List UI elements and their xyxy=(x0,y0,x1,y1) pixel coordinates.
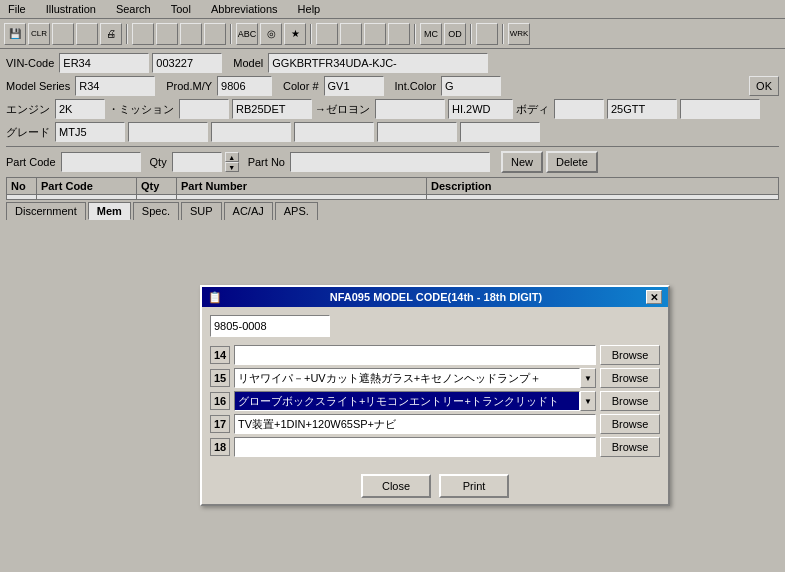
dialog-row-15: 15 ▼ Browse xyxy=(210,368,660,388)
dialog-footer: Close Print xyxy=(202,468,668,504)
dialog-title: NFA095 MODEL CODE(14th - 18th DIGIT) xyxy=(330,291,543,303)
dialog-model-code: 📋 NFA095 MODEL CODE(14th - 18th DIGIT) ✕… xyxy=(200,285,670,506)
row-input-15[interactable] xyxy=(234,368,580,388)
dialog-title-icon: 📋 xyxy=(208,291,222,304)
browse-btn-14[interactable]: Browse xyxy=(600,345,660,365)
dialog-close-btn[interactable]: Close xyxy=(361,474,431,498)
dialog-print-btn[interactable]: Print xyxy=(439,474,509,498)
browse-btn-18[interactable]: Browse xyxy=(600,437,660,457)
row-input-18[interactable] xyxy=(234,437,596,457)
row-num-16: 16 xyxy=(210,392,230,410)
browse-btn-17[interactable]: Browse xyxy=(600,414,660,434)
dialog-overlay: 📋 NFA095 MODEL CODE(14th - 18th DIGIT) ✕… xyxy=(0,0,785,572)
row-input-16[interactable] xyxy=(234,391,580,411)
row-num-18: 18 xyxy=(210,438,230,456)
row-num-15: 15 xyxy=(210,369,230,387)
row-input-14[interactable] xyxy=(234,345,596,365)
row-num-17: 17 xyxy=(210,415,230,433)
dropdown-arrow-15[interactable]: ▼ xyxy=(580,368,596,388)
dialog-row-17: 17 Browse xyxy=(210,414,660,434)
browse-btn-16[interactable]: Browse xyxy=(600,391,660,411)
dialog-titlebar: 📋 NFA095 MODEL CODE(14th - 18th DIGIT) ✕ xyxy=(202,287,668,307)
browse-btn-15[interactable]: Browse xyxy=(600,368,660,388)
row-wrap-16: ▼ xyxy=(234,391,596,411)
dialog-row-18: 18 Browse xyxy=(210,437,660,457)
row-num-14: 14 xyxy=(210,346,230,364)
dialog-code-input[interactable] xyxy=(210,315,330,337)
dialog-close-x-btn[interactable]: ✕ xyxy=(646,290,662,304)
dialog-content: 14 Browse 15 ▼ Browse 16 ▼ Br xyxy=(202,307,668,468)
row-input-17[interactable] xyxy=(234,414,596,434)
dropdown-arrow-16[interactable]: ▼ xyxy=(580,391,596,411)
dialog-row-16: 16 ▼ Browse xyxy=(210,391,660,411)
row-wrap-15: ▼ xyxy=(234,368,596,388)
dialog-row-14: 14 Browse xyxy=(210,345,660,365)
